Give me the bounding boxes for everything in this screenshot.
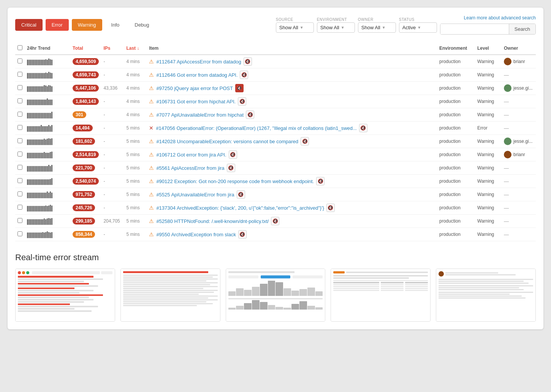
level-cell: Warning: [475, 188, 502, 201]
row-checkbox[interactable]: [17, 125, 22, 130]
level-cell: Error: [475, 122, 502, 135]
environment-filter-select[interactable]: Show All ▼: [317, 22, 355, 33]
row-checkbox-cell: [15, 161, 25, 175]
error-icon: ✕: [149, 125, 154, 131]
item-link[interactable]: #52580 HTTPNotFound: /.well-known/dnt-po…: [156, 218, 269, 224]
item-link[interactable]: #147056 OperationalError: (OperationalEr…: [156, 125, 357, 131]
mute-button[interactable]: 🔇: [229, 150, 237, 159]
status-filter-label: STATUS: [399, 17, 415, 22]
level-cell: Warning: [475, 175, 502, 188]
search-button[interactable]: Search: [509, 24, 535, 34]
row-checkbox[interactable]: [17, 98, 22, 103]
screenshot-card-4[interactable]: [331, 269, 431, 322]
critical-filter-button[interactable]: Critical: [15, 19, 43, 31]
item-link[interactable]: #137304 ArchivedException: {'slack', 200…: [156, 205, 324, 211]
screenshot-card-3[interactable]: [226, 269, 326, 322]
trend-bar: [27, 191, 68, 198]
screenshots-row: [15, 269, 536, 322]
mute-button[interactable]: 🔇: [227, 164, 235, 172]
row-checkbox[interactable]: [17, 138, 22, 143]
advanced-search-link[interactable]: Learn more about advanced search: [464, 15, 536, 21]
trend-bar: [27, 151, 68, 158]
last-cell: 5 mins: [124, 201, 147, 215]
info-filter-button[interactable]: Info: [105, 19, 126, 31]
owner-dash: —: [504, 125, 509, 131]
screenshot-card-2[interactable]: [120, 269, 220, 322]
last-cell: 4 mins: [124, 82, 147, 95]
row-checkbox[interactable]: [17, 112, 22, 117]
item-link[interactable]: #97250 jQuery ajax error for POST: [156, 85, 233, 91]
last-cell: 4 mins: [124, 108, 147, 122]
search-input[interactable]: [440, 24, 509, 34]
item-link[interactable]: #5561 ApiAccessError from jira: [156, 165, 224, 171]
last-cell: 5 mins: [124, 135, 147, 148]
mute-button[interactable]: 🔇: [359, 124, 367, 132]
mute-button[interactable]: 🔇: [246, 111, 254, 119]
owner-col-cell: —: [502, 161, 536, 175]
total-cell: 4,659,509: [70, 55, 101, 68]
warning-filter-button[interactable]: Warning: [72, 19, 102, 31]
row-checkbox[interactable]: [17, 58, 22, 63]
mute-button[interactable]: 🔇: [271, 217, 279, 225]
row-checkbox[interactable]: [17, 165, 22, 170]
owner-name: brianr: [513, 152, 525, 157]
total-badge: 2,540,074: [73, 178, 99, 185]
last-cell: 5 mins: [124, 175, 147, 188]
row-checkbox[interactable]: [17, 72, 22, 77]
item-cell: ⚠ #142028 UncomparableException: version…: [147, 135, 437, 148]
mute-button[interactable]: 🔇: [235, 84, 244, 92]
mute-button[interactable]: 🔇: [240, 71, 248, 79]
item-link[interactable]: #106731 Got error from hipchat API.: [156, 99, 236, 104]
item-link[interactable]: #142028 UncomparableException: versions …: [156, 139, 298, 144]
owner-dash: —: [504, 72, 509, 78]
col-header-owner: Owner: [502, 42, 536, 55]
item-link[interactable]: #112647 ApiAccessError from datadog: [156, 59, 241, 65]
ips-cell: -: [101, 108, 124, 122]
avatar: [504, 138, 511, 145]
total-badge: 14,494: [73, 125, 93, 131]
row-checkbox[interactable]: [17, 178, 22, 183]
owner-filter-select[interactable]: Show All ▼: [358, 22, 396, 33]
total-badge: 2,514,819: [73, 151, 99, 158]
owner-col-cell: —: [502, 95, 536, 108]
row-checkbox[interactable]: [17, 205, 22, 210]
row-checkbox[interactable]: [17, 85, 22, 90]
avatar: [504, 84, 511, 92]
owner-dash: —: [504, 218, 509, 224]
mute-button[interactable]: 🔇: [237, 190, 245, 199]
env-cell: production: [437, 108, 475, 122]
total-badge: 245,726: [73, 204, 95, 211]
item-link[interactable]: #106712 Got error from jira API.: [156, 152, 226, 158]
row-checkbox[interactable]: [17, 191, 22, 196]
item-link[interactable]: #9550 ArchivedException from slack: [156, 232, 236, 237]
col-header-last[interactable]: Last ↓: [124, 42, 147, 55]
item-cell: ⚠ #9550 ArchivedException from slack 🔇: [147, 228, 437, 241]
debug-filter-button[interactable]: Debug: [128, 19, 155, 31]
select-all-checkbox[interactable]: [17, 45, 22, 50]
row-checkbox[interactable]: [17, 218, 22, 223]
mute-button[interactable]: 🔇: [301, 137, 309, 145]
owner-cell: brianr: [504, 58, 534, 65]
mute-button[interactable]: 🔇: [326, 204, 335, 212]
env-cell: production: [437, 188, 475, 201]
environment-chevron-icon: ▼: [341, 25, 345, 30]
source-filter-select[interactable]: Show All ▼: [276, 22, 314, 33]
row-checkbox[interactable]: [17, 231, 22, 236]
status-filter-select[interactable]: Active ▼: [399, 22, 437, 33]
mute-button[interactable]: 🔇: [316, 177, 325, 185]
trend-cell: [25, 108, 70, 122]
item-link[interactable]: #90122 Exception: Got non-200 response c…: [156, 179, 314, 184]
mute-button[interactable]: 🔇: [244, 57, 252, 66]
error-filter-button[interactable]: Error: [46, 19, 69, 31]
screenshot-card-1[interactable]: [15, 269, 115, 322]
item-link[interactable]: #5525 ApiUnavailableError from jira: [156, 192, 234, 198]
row-checkbox[interactable]: [17, 152, 22, 156]
total-badge: 299,185: [73, 218, 95, 224]
item-link[interactable]: #7077 ApiUnavailableError from hipchat: [156, 112, 244, 118]
screenshot-card-5[interactable]: [436, 269, 536, 322]
mute-button[interactable]: 🔇: [238, 97, 246, 106]
item-cell: ⚠ #52580 HTTPNotFound: /.well-known/dnt-…: [147, 215, 437, 228]
total-cell: 1,840,143: [70, 95, 101, 108]
item-link[interactable]: #112646 Got error from datadog API.: [156, 72, 238, 78]
mute-button[interactable]: 🔇: [238, 230, 247, 239]
